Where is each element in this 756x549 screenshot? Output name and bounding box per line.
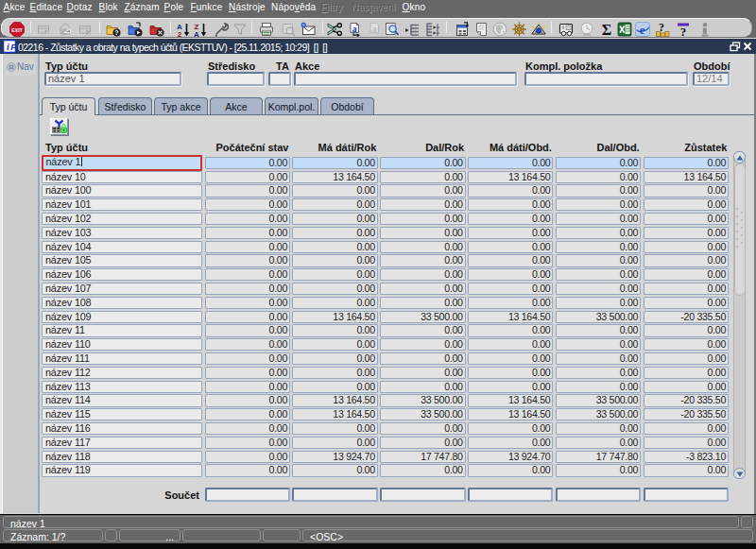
svg-text:A: A	[194, 30, 199, 38]
svg-text:a: a	[360, 30, 364, 37]
svg-text:Σ: Σ	[602, 22, 611, 37]
svg-text:2: 2	[178, 30, 182, 38]
svg-text:EXIT: EXIT	[11, 27, 23, 33]
svg-text:?: ?	[114, 29, 118, 36]
svg-text:?: ?	[680, 25, 687, 38]
svg-text:F: F	[10, 43, 16, 52]
svg-text:a: a	[372, 25, 377, 34]
svg-text:e: e	[640, 23, 645, 37]
svg-text:a: a	[352, 25, 357, 34]
svg-text:a: a	[380, 30, 384, 37]
